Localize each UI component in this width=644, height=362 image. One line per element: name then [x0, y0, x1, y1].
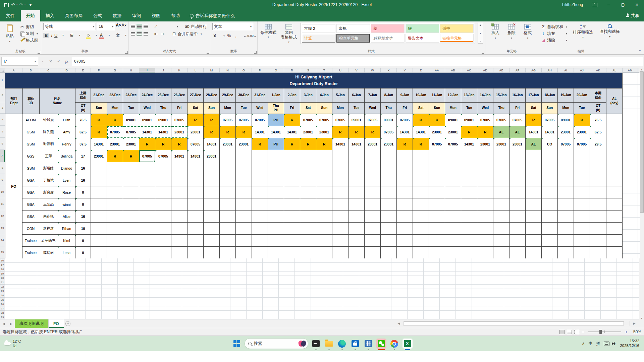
- roster-cell[interactable]: [316, 247, 332, 259]
- roster-cell[interactable]: [300, 223, 316, 235]
- roster-cell[interactable]: [413, 223, 429, 235]
- fill-button[interactable]: ⤓填充▾: [540, 30, 568, 37]
- roster-cell[interactable]: GSA: [22, 210, 39, 223]
- roster-cell[interactable]: [252, 223, 268, 235]
- roster-cell[interactable]: [348, 247, 365, 259]
- roster-cell[interactable]: [252, 162, 268, 174]
- roster-cell[interactable]: [606, 198, 623, 210]
- roster-cell[interactable]: [139, 247, 155, 259]
- roster-cell[interactable]: [139, 210, 155, 223]
- roster-cell[interactable]: [590, 223, 606, 235]
- roster-cell[interactable]: [590, 186, 606, 198]
- roster-cell[interactable]: [236, 150, 252, 162]
- italic-button[interactable]: I: [51, 33, 52, 38]
- roster-cell[interactable]: [155, 174, 171, 186]
- roster-cell[interactable]: [365, 162, 381, 174]
- roster-cell[interactable]: [284, 235, 300, 247]
- fill-color-icon[interactable]: ◇: [86, 33, 91, 38]
- column-header-Q[interactable]: Q: [268, 68, 284, 72]
- roster-cell[interactable]: [590, 235, 606, 247]
- roster-cell[interactable]: R: [316, 138, 332, 150]
- roster-cell[interactable]: [348, 198, 365, 210]
- roster-cell[interactable]: 23001: [123, 138, 139, 150]
- roster-cell[interactable]: Henry: [58, 138, 75, 150]
- roster-cell[interactable]: [204, 186, 220, 198]
- roster-cell[interactable]: 14301: [284, 126, 300, 138]
- underline-button[interactable]: U: [54, 33, 57, 38]
- roster-cell[interactable]: [542, 210, 558, 223]
- header-jd[interactable]: 职位 JD: [23, 88, 40, 114]
- save-icon[interactable]: [4, 2, 9, 7]
- roster-cell[interactable]: 0: [75, 186, 91, 198]
- roster-cell[interactable]: [252, 150, 268, 162]
- row-header-16[interactable]: 16: [0, 258, 5, 263]
- roster-cell[interactable]: [300, 162, 316, 174]
- roster-cell[interactable]: 朱春艳: [39, 210, 58, 223]
- roster-cell[interactable]: [171, 174, 187, 186]
- row-header-12[interactable]: 12: [0, 210, 5, 222]
- roster-cell[interactable]: [445, 186, 461, 198]
- roster-cell[interactable]: 23001: [429, 126, 445, 138]
- roster-cell[interactable]: 钟晨晨: [39, 114, 58, 126]
- row-header-10[interactable]: 10: [0, 186, 5, 198]
- roster-cell[interactable]: PH: [268, 114, 284, 126]
- roster-cell[interactable]: [558, 247, 574, 259]
- align-right-icon[interactable]: [144, 32, 148, 36]
- scroll-down-icon[interactable]: ▼: [641, 317, 643, 319]
- roster-cell[interactable]: [429, 223, 445, 235]
- roster-cell[interactable]: [590, 174, 606, 186]
- roster-cell[interactable]: [91, 247, 107, 259]
- roster-cell[interactable]: 23001: [236, 138, 252, 150]
- roster-cell[interactable]: [493, 198, 509, 210]
- column-header-B[interactable]: B: [22, 68, 39, 72]
- header-date-7-Jan[interactable]: 7-JanWed: [365, 88, 381, 114]
- roster-cell[interactable]: [509, 235, 526, 247]
- roster-cell[interactable]: CO: [542, 138, 558, 150]
- roster-cell[interactable]: [429, 235, 445, 247]
- roster-cell[interactable]: [268, 186, 284, 198]
- comma-icon[interactable]: ,: [233, 34, 238, 38]
- roster-cell[interactable]: [542, 235, 558, 247]
- roster-cell[interactable]: 07005: [332, 114, 348, 126]
- roster-cell[interactable]: [300, 247, 316, 259]
- roster-cell[interactable]: [123, 210, 139, 223]
- roster-cell[interactable]: 17: [75, 150, 91, 162]
- row-header-6[interactable]: 6: [0, 138, 5, 150]
- column-header-AA[interactable]: AA: [429, 68, 445, 72]
- column-header-AL[interactable]: AL: [606, 68, 623, 72]
- roster-cell[interactable]: GSM: [22, 162, 39, 174]
- roster-cell[interactable]: R: [187, 114, 204, 126]
- formula-input[interactable]: 07005: [71, 57, 643, 66]
- taskbar-wechat[interactable]: [376, 339, 386, 349]
- column-header-J[interactable]: J: [155, 68, 171, 72]
- roster-cell[interactable]: [171, 235, 187, 247]
- normal-view-icon[interactable]: [559, 330, 565, 334]
- header-date-11-Jan[interactable]: 11-JanSun: [429, 88, 445, 114]
- roster-cell[interactable]: GSA: [22, 198, 39, 210]
- taskbar-calculator[interactable]: [363, 339, 373, 349]
- roster-cell[interactable]: [187, 186, 204, 198]
- roster-cell[interactable]: [397, 150, 413, 162]
- column-header-N[interactable]: N: [220, 68, 236, 72]
- row-header-14[interactable]: 14: [0, 234, 5, 246]
- paste-button[interactable]: 粘贴▾: [2, 23, 17, 44]
- roster-cell[interactable]: [332, 186, 348, 198]
- roster-cell[interactable]: R: [300, 138, 316, 150]
- roster-cell[interactable]: 07005: [252, 114, 268, 126]
- roster-cell[interactable]: [429, 150, 445, 162]
- row-header-5[interactable]: 5: [0, 126, 5, 138]
- roster-cell[interactable]: [477, 162, 493, 174]
- header-date-26-Dec[interactable]: 26-DecFri: [171, 88, 187, 114]
- roster-cell[interactable]: [413, 150, 429, 162]
- roster-cell[interactable]: [268, 223, 284, 235]
- select-all-corner[interactable]: [0, 68, 5, 72]
- row-header-7[interactable]: 7: [0, 150, 5, 162]
- cell-style-chip[interactable]: 链接单元格: [440, 34, 474, 43]
- roster-cell[interactable]: [477, 186, 493, 198]
- row-header-9[interactable]: 9: [0, 174, 5, 186]
- roster-cell[interactable]: 14301: [461, 138, 477, 150]
- roster-cell[interactable]: [509, 210, 526, 223]
- column-header-W[interactable]: W: [365, 68, 381, 72]
- header-date-29-Dec[interactable]: 29-DecMon: [220, 88, 236, 114]
- header-date-22-Dec[interactable]: 22-DecMon: [107, 88, 123, 114]
